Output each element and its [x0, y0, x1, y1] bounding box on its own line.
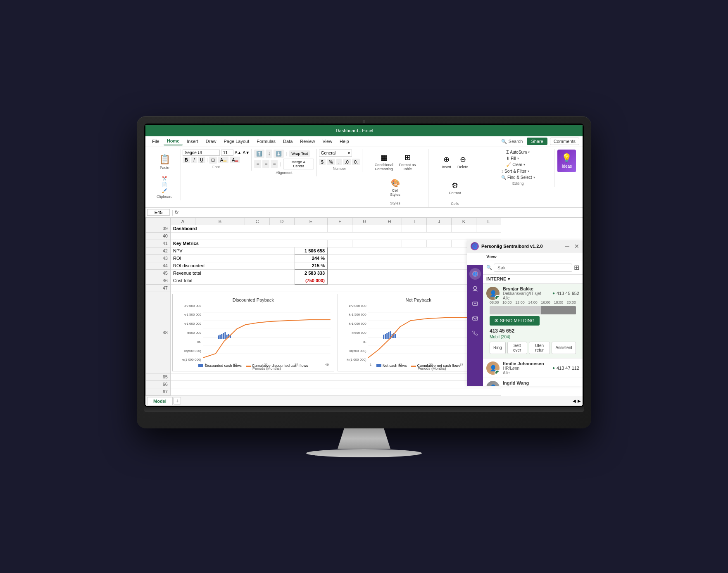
cell-l39[interactable]: [476, 225, 501, 232]
search-label[interactable]: Search: [509, 139, 523, 144]
cell-i39[interactable]: [402, 225, 427, 232]
comma-button[interactable]: ,: [336, 159, 342, 165]
format-button[interactable]: ⚙ Format: [447, 176, 464, 200]
cell-h39[interactable]: [377, 225, 402, 232]
align-right-button[interactable]: ≡: [271, 160, 278, 168]
menu-help[interactable]: Help: [336, 138, 352, 145]
add-sheet-button[interactable]: +: [174, 397, 181, 404]
percent-button[interactable]: %: [327, 159, 335, 165]
align-left-button[interactable]: ≡: [254, 160, 261, 168]
cell-a41[interactable]: Key Metrics: [171, 240, 328, 247]
cell-styles-button[interactable]: 🎨 CellStyles: [388, 175, 403, 200]
font-name-input[interactable]: [183, 150, 220, 156]
cell-68[interactable]: [171, 395, 501, 396]
conditional-formatting-button[interactable]: ▦ ConditionalFormatting: [372, 150, 396, 174]
sidebar-filter-button[interactable]: ⊞: [574, 264, 579, 271]
cell-f39[interactable]: [328, 225, 352, 232]
tab-nav-right[interactable]: ▶: [578, 399, 581, 403]
cell-j39[interactable]: [427, 225, 452, 232]
menu-draw[interactable]: Draw: [202, 138, 220, 145]
menu-formulas[interactable]: Formulas: [253, 138, 279, 145]
currency-button[interactable]: $: [319, 159, 326, 165]
sort-arrow[interactable]: ▾: [528, 169, 529, 173]
italic-button[interactable]: I: [191, 157, 197, 163]
cell-e46[interactable]: (750 000): [295, 277, 328, 284]
number-format-arrow[interactable]: ▾: [348, 151, 350, 155]
delete-button[interactable]: ⊖ Delete: [455, 150, 471, 174]
underline-button[interactable]: U: [198, 157, 205, 163]
cell-k39[interactable]: [452, 225, 476, 232]
menu-insert[interactable]: Insert: [183, 138, 202, 145]
clear-arrow[interactable]: ▾: [523, 163, 525, 166]
align-bottom-button[interactable]: ⬇️: [274, 150, 284, 158]
cell-i41[interactable]: [402, 240, 427, 247]
cell-j41[interactable]: [427, 240, 452, 247]
sidebar-section-arrow[interactable]: ▾: [508, 276, 510, 282]
nav-phone-icon[interactable]: [469, 328, 481, 339]
contact-ingrid[interactable]: 👤 ✓ Ingrid Wang Koordinator Alle: [483, 378, 583, 386]
font-inc-icon[interactable]: A▲: [235, 150, 242, 155]
menu-page-layout[interactable]: Page Layout: [220, 138, 252, 145]
contact-emilie[interactable]: 👤 ✓ Emilie Johannesen HR/Lønn Al: [483, 359, 583, 378]
cell-e43[interactable]: 244 %: [295, 254, 328, 262]
cell-a45[interactable]: Revenue total: [171, 269, 295, 277]
copy-button[interactable]: 📄: [159, 182, 169, 187]
cut-button[interactable]: ✂️: [159, 176, 169, 181]
clear-button[interactable]: 🧹 Clear ▾: [504, 162, 532, 167]
align-top-button[interactable]: ⬆️: [254, 150, 264, 158]
align-middle-button[interactable]: ↕: [266, 150, 272, 158]
formula-input[interactable]: [180, 209, 581, 215]
fill-button[interactable]: ⬇ Fill ▾: [504, 156, 532, 161]
insert-button[interactable]: ⊕ Insert: [440, 150, 454, 174]
merge-center-button[interactable]: Merge & Center: [283, 159, 314, 169]
autosum-arrow[interactable]: ▾: [528, 150, 530, 154]
wrap-text-button[interactable]: Wrap Text: [289, 150, 310, 157]
nav-transfer-icon[interactable]: [469, 298, 481, 309]
menu-file[interactable]: File: [149, 138, 163, 145]
cell-a44[interactable]: ROI discounted: [171, 262, 295, 269]
cell-g39[interactable]: [352, 225, 377, 232]
sidebar-close-button[interactable]: ✕: [574, 243, 579, 250]
contact-brynjar[interactable]: 👤 ✓ Brynjar Bakke Dekkansvarlig/IT sjef: [483, 284, 583, 359]
cell-ref-input[interactable]: [147, 209, 170, 216]
cell-47[interactable]: [171, 284, 501, 292]
share-button[interactable]: Share: [527, 138, 547, 145]
find-select-button[interactable]: 🔍 Find & Select ▾: [499, 175, 537, 180]
font-size-input[interactable]: [221, 150, 233, 156]
ring-button[interactable]: Ring: [490, 342, 506, 354]
menu-view[interactable]: View: [319, 138, 335, 145]
cell-66[interactable]: [171, 380, 501, 388]
align-center-button[interactable]: ≡: [262, 160, 269, 168]
cell-g41[interactable]: [352, 240, 377, 247]
comments-button[interactable]: Comments: [550, 138, 579, 145]
border-button[interactable]: ⊞: [209, 157, 217, 164]
dec-decrease-button[interactable]: 0.: [352, 159, 360, 165]
font-color-button[interactable]: A▬: [230, 157, 240, 163]
cell-e42[interactable]: 1 506 658: [295, 247, 328, 254]
assistent-button[interactable]: Assistent: [552, 342, 576, 354]
bold-button[interactable]: B: [183, 157, 190, 163]
cell-e45[interactable]: 2 583 333: [295, 269, 328, 277]
cell-a42[interactable]: NPV: [171, 247, 295, 254]
sidebar-minimize[interactable]: —: [565, 244, 569, 248]
menu-home[interactable]: Home: [164, 137, 183, 145]
format-painter-button[interactable]: 🖌️: [159, 188, 169, 193]
menu-data[interactable]: Data: [280, 138, 296, 145]
uten-retur-button[interactable]: Uten retur: [529, 342, 550, 354]
cell-a39[interactable]: Dashboard: [171, 225, 328, 232]
format-as-table-button[interactable]: ⊞ Format asTable: [397, 150, 419, 174]
paste-button[interactable]: 📋 Paste: [157, 150, 173, 174]
fill-arrow[interactable]: ▾: [517, 157, 519, 160]
nav-email-icon[interactable]: [469, 313, 481, 324]
cell-65[interactable]: [171, 373, 501, 380]
font-dec-icon[interactable]: A▼: [243, 150, 250, 155]
cell-a40[interactable]: [171, 232, 501, 240]
fill-color-button[interactable]: A▬: [218, 157, 228, 163]
find-arrow[interactable]: ▾: [533, 176, 535, 179]
cell-h41[interactable]: [377, 240, 402, 247]
cell-a43[interactable]: ROI: [171, 254, 295, 262]
nav-contacts-icon[interactable]: [469, 283, 481, 295]
ideas-button[interactable]: 💡 Ideas: [557, 150, 576, 172]
autosum-button[interactable]: Σ AutoSum ▾: [504, 150, 532, 155]
send-message-button[interactable]: ✉ SEND MELDING: [490, 316, 540, 326]
